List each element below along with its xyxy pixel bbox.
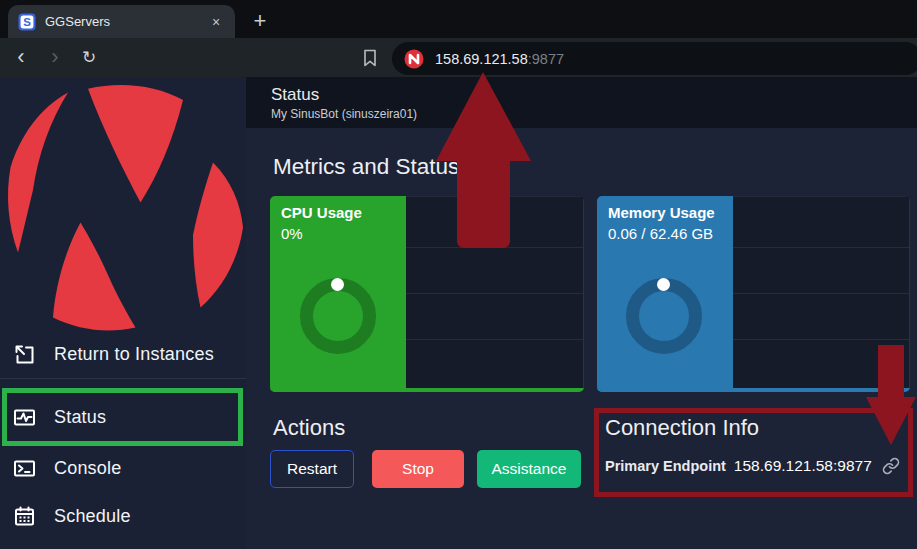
- cpu-usage-title: CPU Usage: [281, 204, 362, 221]
- gridline: [733, 247, 909, 248]
- metrics-section-title: Metrics and Status: [273, 154, 459, 180]
- sidebar-item-status[interactable]: Status: [0, 401, 246, 433]
- sinusbot-logo: [0, 85, 248, 335]
- sinusbot-favicon-icon: [404, 49, 424, 69]
- gridline: [406, 339, 583, 340]
- assistance-button[interactable]: Assistance: [477, 450, 581, 488]
- sidebar-item-label: Console: [54, 458, 121, 479]
- gridline: [733, 339, 909, 340]
- endpoint-label: Primary Endpoint: [605, 458, 726, 474]
- ggservers-favicon-icon: S: [18, 13, 36, 31]
- memory-usage-chart: [733, 196, 910, 388]
- sidebar: Return to Instances Status Console: [0, 77, 246, 549]
- memory-usage-title: Memory Usage: [608, 204, 715, 221]
- restart-button[interactable]: Restart: [270, 450, 354, 488]
- url-bar[interactable]: 158.69.121.58:9877: [392, 42, 917, 75]
- main-content: Status My SinusBot (sinuszeira01) Metric…: [246, 77, 917, 549]
- sidebar-divider: [0, 378, 246, 379]
- screen: S GGServers × + ‹ › ↻ 158.69.121.58:9877: [0, 0, 917, 549]
- connection-info-heading: Connection Info: [605, 415, 759, 441]
- browser-tab-bar: S GGServers × +: [0, 0, 917, 38]
- cpu-usage-card: CPU Usage 0%: [270, 196, 584, 392]
- endpoint-value: 158.69.121.58:9877: [734, 457, 872, 475]
- calendar-icon: [13, 505, 36, 528]
- sidebar-item-console[interactable]: Console: [0, 452, 246, 484]
- page-subtitle: My SinusBot (sinuszeira01): [271, 107, 417, 121]
- sidebar-item-return-to-instances[interactable]: Return to Instances: [0, 338, 246, 370]
- svg-text:S: S: [23, 16, 31, 28]
- cpu-usage-value: 0%: [281, 225, 303, 242]
- sidebar-item-label: Return to Instances: [54, 344, 214, 365]
- memory-usage-value: 0.06 / 62.46 GB: [608, 225, 713, 242]
- gridline: [406, 293, 583, 294]
- gridline: [733, 293, 909, 294]
- memory-gauge-indicator: [657, 278, 670, 291]
- primary-endpoint-row: Primary Endpoint 158.69.121.58:9877: [605, 455, 900, 476]
- console-terminal-icon: [13, 457, 36, 480]
- forward-button[interactable]: ›: [42, 44, 68, 70]
- reload-button[interactable]: ↻: [76, 44, 102, 70]
- memory-usage-card: Memory Usage 0.06 / 62.46 GB: [597, 196, 910, 392]
- browser-tab[interactable]: S GGServers ×: [8, 5, 235, 38]
- page-header: Status My SinusBot (sinuszeira01): [246, 77, 917, 128]
- sidebar-item-label: Status: [54, 407, 106, 428]
- stop-button[interactable]: Stop: [372, 450, 464, 488]
- return-expand-icon: [13, 343, 36, 366]
- tab-title: GGServers: [45, 14, 207, 29]
- bookmark-icon[interactable]: [360, 48, 380, 68]
- url-port: :9877: [528, 51, 564, 67]
- tab-close-icon[interactable]: ×: [207, 13, 225, 31]
- link-icon[interactable]: [882, 457, 900, 475]
- url-host[interactable]: 158.69.121.58: [435, 51, 528, 67]
- status-graph-icon: [13, 406, 36, 429]
- sidebar-item-schedule[interactable]: Schedule: [0, 500, 246, 532]
- new-tab-button[interactable]: +: [247, 8, 273, 34]
- gridline: [406, 247, 583, 248]
- sidebar-item-label: Schedule: [54, 506, 131, 527]
- cpu-gauge-indicator: [331, 278, 344, 291]
- cpu-usage-chart: [406, 196, 584, 388]
- page-title: Status: [271, 85, 319, 105]
- back-button[interactable]: ‹: [8, 44, 34, 70]
- actions-heading: Actions: [273, 415, 345, 441]
